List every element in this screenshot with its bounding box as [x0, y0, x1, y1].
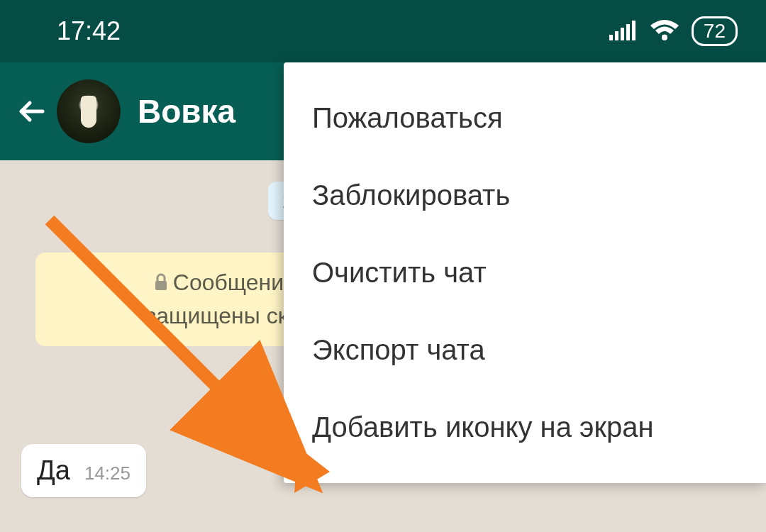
contact-name[interactable]: Вовка — [138, 92, 235, 131]
menu-item-label: Экспорт чата — [312, 334, 485, 365]
svg-rect-4 — [632, 21, 635, 40]
svg-rect-3 — [626, 24, 630, 40]
menu-item-clear-chat[interactable]: Очистить чат — [284, 234, 766, 311]
status-bar: 17:42 72 — [0, 0, 766, 62]
menu-item-block[interactable]: Заблокировать — [284, 157, 766, 234]
message-bubble-incoming[interactable]: Да 14:25 — [21, 444, 146, 497]
status-time: 17:42 — [57, 16, 121, 46]
status-icons: 72 — [609, 16, 738, 46]
menu-item-label: Заблокировать — [312, 179, 510, 211]
battery-indicator: 72 — [692, 16, 738, 46]
message-text: Да — [37, 455, 70, 486]
svg-rect-2 — [621, 28, 624, 40]
svg-rect-1 — [615, 31, 618, 40]
back-arrow-icon[interactable] — [14, 94, 50, 129]
signal-icon — [609, 19, 638, 43]
menu-item-label: Добавить иконку на экран — [312, 411, 654, 443]
menu-item-add-shortcut[interactable]: Добавить иконку на экран — [284, 389, 766, 466]
svg-point-5 — [662, 35, 667, 40]
menu-item-label: Очистить чат — [312, 257, 487, 288]
wifi-icon — [649, 18, 680, 44]
message-time: 14:25 — [84, 462, 131, 484]
overflow-menu: Пожаловаться Заблокировать Очистить чат … — [284, 62, 766, 483]
svg-rect-6 — [155, 281, 167, 290]
menu-item-label: Пожаловаться — [312, 102, 503, 133]
avatar[interactable] — [57, 79, 121, 143]
lock-icon — [153, 268, 169, 300]
menu-item-export-chat[interactable]: Экспорт чата — [284, 311, 766, 389]
menu-item-report[interactable]: Пожаловаться — [284, 79, 766, 157]
svg-rect-0 — [609, 35, 613, 40]
